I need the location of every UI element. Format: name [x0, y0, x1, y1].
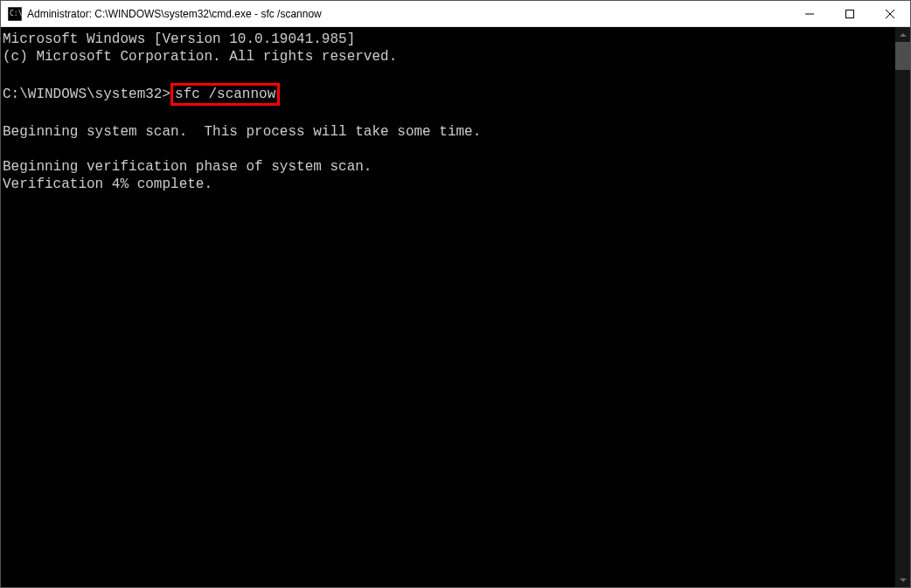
scrollbar-track[interactable] [895, 42, 910, 572]
window-controls [789, 1, 910, 26]
window-titlebar: C:\ Administrator: C:\WINDOWS\system32\c… [1, 1, 910, 27]
terminal-line: Microsoft Windows [Version 10.0.19041.98… [3, 31, 894, 48]
window-title: Administrator: C:\WINDOWS\system32\cmd.e… [27, 8, 789, 20]
terminal-command: sfc /scannow [175, 86, 275, 102]
close-button[interactable] [870, 1, 910, 27]
terminal-line: Verification 4% complete. [3, 176, 894, 193]
command-highlight: sfc /scannow [170, 83, 280, 106]
scrollbar-up-button[interactable] [895, 27, 910, 42]
scrollbar-down-button[interactable] [895, 572, 910, 587]
terminal-line: Beginning verification phase of system s… [3, 158, 894, 176]
terminal-prompt-line: C:\WINDOWS\system32>sfc /scannow [3, 83, 894, 106]
terminal-prompt: C:\WINDOWS\system32> [3, 86, 170, 102]
terminal-line: Beginning system scan. This process will… [3, 123, 894, 141]
vertical-scrollbar [895, 27, 910, 587]
cmd-icon: C:\ [8, 7, 22, 21]
scrollbar-thumb[interactable] [895, 42, 910, 70]
terminal-body: Microsoft Windows [Version 10.0.19041.98… [1, 27, 910, 587]
terminal-content[interactable]: Microsoft Windows [Version 10.0.19041.98… [1, 27, 895, 587]
maximize-button[interactable] [830, 1, 870, 27]
svg-marker-7 [900, 578, 907, 582]
svg-text:C:\: C:\ [10, 10, 22, 17]
minimize-button[interactable] [789, 1, 830, 27]
terminal-line: (c) Microsoft Corporation. All rights re… [3, 48, 894, 66]
svg-marker-6 [900, 33, 907, 37]
svg-rect-3 [846, 10, 854, 18]
